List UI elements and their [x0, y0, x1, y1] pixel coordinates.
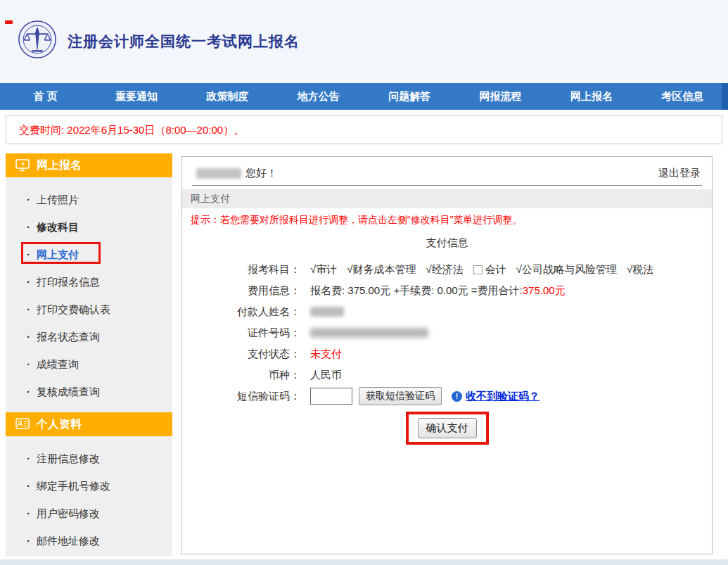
nav-item-local-announcements[interactable]: 地方公告 [273, 83, 364, 110]
sidebar-item-print-payment-confirmation[interactable]: ·打印交费确认表 [6, 296, 172, 323]
sms-row: 短信验证码： 获取短信验证码 ! 收不到验证码？ [182, 386, 712, 407]
nav-item-exam-area[interactable]: 考区信息 [637, 83, 728, 110]
currency-label: 币种： [182, 369, 300, 382]
nav-item-registration[interactable]: 网上报名 [546, 83, 637, 110]
sidebar-item-registration-status[interactable]: ·报名状态查询 [6, 323, 172, 350]
cicpa-logo-icon [17, 19, 58, 60]
sidebar-section-registration: 网上报名 [6, 153, 172, 177]
nav-item-process[interactable]: 网报流程 [455, 83, 546, 110]
sidebar-list-profile: ·注册信息修改 ·绑定手机号修改 ·用户密码修改 ·邮件地址修改 [6, 436, 172, 554]
sidebar-section-profile: 个人资料 [6, 412, 172, 436]
main-nav: 首 页 重要通知 政策制度 地方公告 问题解答 网报流程 网上报名 考区信息 [0, 83, 728, 110]
greeting-text: 您好！ [245, 167, 277, 180]
subject-economic-law: √经济法 [426, 263, 463, 277]
payer-row: 付款人姓名： [182, 301, 712, 322]
fee-label: 费用信息： [182, 284, 300, 298]
sidebar-section-title: 网上报名 [37, 158, 82, 173]
status-row: 支付状态： 未支付 [182, 343, 712, 364]
sms-code-input[interactable] [310, 388, 352, 405]
page-title: 注册会计师全国统一考试网上报名 [68, 32, 300, 51]
sidebar-section-title: 个人资料 [37, 417, 82, 432]
monitor-icon [15, 159, 30, 172]
sidebar-list-registration: ·上传照片 ·修改科目 ·网上支付 ·打印报名信息 ·打印交费确认表 ·报名状态… [6, 177, 172, 405]
get-sms-code-button[interactable]: 获取短信验证码 [359, 387, 442, 405]
id-number-label: 证件号码： [182, 326, 300, 340]
payment-period-notice: 交费时间: 2022年6月15-30日（8:00—20:00）。 [6, 115, 722, 144]
confirm-payment-button[interactable]: 确认支付 [418, 418, 477, 438]
nav-end-cap [722, 83, 728, 110]
payer-name-redacted [310, 307, 344, 317]
annotation-highlight-confirm: 确认支付 [406, 412, 489, 445]
currency-row: 币种： 人民币 [182, 364, 712, 386]
subject-audit: √审计 [310, 263, 337, 277]
subjects-label: 报考科目： [182, 263, 300, 277]
sms-label: 短信验证码： [182, 390, 300, 403]
subject-tax-law: √税法 [627, 263, 653, 277]
payment-form: 报考科目： √审计 √财务成本管理 √经济法 会计 √公司战略与风险管理 √税法… [182, 259, 712, 407]
nav-item-policies[interactable]: 政策制度 [182, 83, 273, 110]
confirm-area: 确认支付 [182, 412, 712, 445]
subject-accounting: 会计 [473, 263, 506, 277]
sidebar-item-modify-registration-info[interactable]: ·注册信息修改 [6, 445, 172, 472]
nav-item-home[interactable]: 首 页 [0, 83, 91, 110]
id-number-row: 证件号码： [182, 322, 712, 343]
footer-strip [0, 559, 728, 565]
payment-info-title: 支付信息 [182, 236, 712, 250]
fee-total: 375.00元 [523, 284, 566, 298]
fee-row: 费用信息： 报名费: 375.00元 +手续费: 0.00元 =费用合计: 37… [182, 280, 712, 301]
sidebar-item-online-payment[interactable]: ·网上支付 [6, 241, 172, 268]
sidebar-item-score-query[interactable]: ·成绩查询 [6, 350, 172, 378]
main-panel: 您好！ 退出登录 网上支付 提示：若您需要对所报科目进行调整，请点击左侧“修改科… [181, 156, 713, 554]
nav-item-faq[interactable]: 问题解答 [364, 83, 455, 110]
status-label: 支付状态： [182, 348, 300, 361]
currency-value: 人民币 [310, 369, 712, 382]
greeting-divider [192, 185, 702, 186]
info-icon: ! [452, 391, 462, 402]
subject-strategy-risk: √公司战略与风险管理 [516, 263, 617, 277]
status-value: 未支付 [310, 348, 712, 361]
sidebar-item-upload-photo[interactable]: ·上传照片 [6, 186, 172, 213]
nav-item-notices[interactable]: 重要通知 [91, 83, 181, 110]
greeting-row: 您好！ 退出登录 [196, 164, 701, 182]
payer-label: 付款人姓名： [182, 305, 300, 319]
section-title-bar: 网上支付 [182, 189, 712, 208]
sidebar-item-score-review-query[interactable]: ·复核成绩查询 [6, 378, 172, 405]
sidebar-item-modify-subjects[interactable]: ·修改科目 [6, 213, 172, 241]
user-name-redacted [196, 168, 241, 179]
id-card-icon [15, 418, 30, 431]
accounting-checkbox[interactable] [473, 265, 483, 274]
sidebar-item-modify-phone[interactable]: ·绑定手机号修改 [6, 472, 172, 500]
logout-link[interactable]: 退出登录 [658, 167, 701, 180]
subjects-value: √审计 √财务成本管理 √经济法 会计 √公司战略与风险管理 √税法 [310, 263, 712, 277]
red-mark [5, 20, 13, 24]
adjustment-tip: 提示：若您需要对所报科目进行调整，请点击左侧“修改科目”菜单进行调整。 [191, 214, 522, 227]
fee-value: 报名费: 375.00元 +手续费: 0.00元 =费用合计: 375.00元 [310, 284, 712, 298]
id-number-redacted [310, 328, 428, 338]
page-header: 注册会计师全国统一考试网上报名 [0, 0, 728, 83]
sms-help-link[interactable]: 收不到验证码？ [466, 390, 539, 403]
sidebar-item-modify-password[interactable]: ·用户密码修改 [6, 500, 172, 527]
subjects-row: 报考科目： √审计 √财务成本管理 √经济法 会计 √公司战略与风险管理 √税法 [182, 259, 712, 280]
fee-breakdown: 报名费: 375.00元 +手续费: 0.00元 =费用合计: [310, 284, 523, 298]
sidebar: 网上报名 ·上传照片 ·修改科目 ·网上支付 ·打印报名信息 ·打印交费确认表 … [6, 153, 172, 556]
sidebar-item-modify-email[interactable]: ·邮件地址修改 [6, 527, 172, 554]
sidebar-item-print-registration[interactable]: ·打印报名信息 [6, 268, 172, 296]
subject-financial-cost-management: √财务成本管理 [347, 263, 416, 277]
